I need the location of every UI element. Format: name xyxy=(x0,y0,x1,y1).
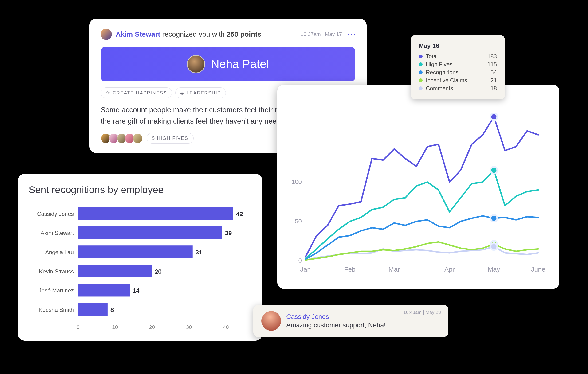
svg-text:40: 40 xyxy=(223,324,229,330)
diamond-icon: ◈ xyxy=(180,90,184,96)
legend-swatch xyxy=(419,78,422,82)
legend-swatch xyxy=(419,62,422,66)
line-chart-card: 050100JanFebMarAprMayJune xyxy=(277,84,559,289)
comment-card: Cassidy Jones Amazing customer support, … xyxy=(253,305,448,337)
tooltip-label: Recognitions xyxy=(426,69,459,76)
svg-text:Cassidy Jones: Cassidy Jones xyxy=(37,211,74,217)
comment-avatar[interactable] xyxy=(261,311,281,331)
svg-text:Keesha Smith: Keesha Smith xyxy=(39,307,74,313)
comment-body: Cassidy Jones Amazing customer support, … xyxy=(286,313,386,329)
tooltip-label: Total xyxy=(426,53,438,60)
legend-swatch xyxy=(419,71,422,74)
bar-chart-svg: 010203040Cassidy Jones42Akim Stewart39An… xyxy=(29,202,252,333)
svg-text:30: 30 xyxy=(186,324,192,330)
legend-swatch xyxy=(419,54,422,58)
svg-text:Jan: Jan xyxy=(300,266,311,273)
stage: 050100JanFebMarAprMayJune Akim Stewart r… xyxy=(0,0,588,374)
svg-text:100: 100 xyxy=(292,178,302,185)
svg-text:20: 20 xyxy=(155,268,162,275)
more-menu-icon[interactable] xyxy=(347,34,355,35)
svg-text:42: 42 xyxy=(236,210,243,218)
recipient-name: Neha Patel xyxy=(211,57,269,71)
svg-text:Kevin Strauss: Kevin Strauss xyxy=(39,268,74,275)
svg-point-19 xyxy=(491,244,496,249)
svg-rect-37 xyxy=(78,246,193,258)
chart-tooltip: May 16 Total183High Fives115Recognitions… xyxy=(411,35,505,99)
tooltip-value: 18 xyxy=(491,85,497,92)
tooltip-title: May 16 xyxy=(419,42,497,50)
svg-text:50: 50 xyxy=(295,218,302,225)
svg-point-11 xyxy=(491,114,496,119)
svg-text:Mar: Mar xyxy=(388,266,400,273)
line-chart-area: 050100JanFebMarAprMayJune xyxy=(289,99,545,277)
tooltip-label: Incentive Claims xyxy=(426,77,467,84)
svg-text:10: 10 xyxy=(112,324,118,330)
svg-text:Akim Stewart: Akim Stewart xyxy=(41,230,74,236)
comment-author-link[interactable]: Cassidy Jones xyxy=(286,313,386,321)
bar-chart-title: Sent recognitions by employee xyxy=(29,184,252,196)
recognition-timestamp: 10:37am | May 17 xyxy=(301,31,342,37)
comment-timestamp: 10:48am | May 23 xyxy=(403,310,441,315)
tooltip-row: Incentive Claims21 xyxy=(419,76,497,84)
tooltip-row: High Fives115 xyxy=(419,60,497,68)
tag-pill[interactable]: ☆CREATE HAPPINESS xyxy=(101,87,172,98)
recognition-verb: recognized you with xyxy=(160,30,227,38)
svg-rect-34 xyxy=(78,227,222,239)
recipient-banner: Neha Patel xyxy=(101,47,355,81)
comment-text: Amazing customer support, Neha! xyxy=(286,321,386,329)
tag-label: LEADERSHIP xyxy=(187,90,221,96)
svg-point-15 xyxy=(491,216,496,221)
tooltip-value: 21 xyxy=(491,77,497,84)
svg-text:39: 39 xyxy=(225,229,232,237)
recognition-title: Akim Stewart recognized you with 250 poi… xyxy=(116,30,261,38)
svg-point-13 xyxy=(491,168,496,173)
tag-pill[interactable]: ◈LEADERSHIP xyxy=(175,87,226,98)
svg-rect-40 xyxy=(78,265,152,277)
svg-text:31: 31 xyxy=(196,249,202,256)
svg-rect-31 xyxy=(78,207,233,220)
high-five-count-pill[interactable]: 5 HIGH FIVES xyxy=(147,133,194,144)
svg-text:8: 8 xyxy=(110,306,114,313)
high-five-avatar[interactable] xyxy=(133,133,143,144)
bar-chart-card: Sent recognitions by employee 010203040C… xyxy=(18,174,262,341)
tooltip-value: 183 xyxy=(487,53,497,60)
svg-text:0: 0 xyxy=(298,257,302,264)
svg-rect-46 xyxy=(78,303,108,316)
recipient-avatar[interactable] xyxy=(187,55,205,73)
recognition-points: 250 points xyxy=(227,30,261,38)
tooltip-value: 54 xyxy=(491,69,497,76)
svg-text:Apr: Apr xyxy=(444,266,455,273)
svg-text:Feb: Feb xyxy=(344,266,355,273)
tooltip-value: 115 xyxy=(487,61,497,68)
line-chart-svg: 050100JanFebMarAprMayJune xyxy=(289,99,545,277)
svg-text:June: June xyxy=(531,266,545,273)
svg-text:May: May xyxy=(488,266,500,273)
svg-text:0: 0 xyxy=(77,324,79,330)
recognition-meta: 10:37am | May 17 xyxy=(301,31,355,37)
tooltip-row: Comments18 xyxy=(419,84,497,92)
tooltip-row: Total183 xyxy=(419,52,497,60)
tooltip-label: Comments xyxy=(426,85,453,92)
author-avatar[interactable] xyxy=(101,29,112,40)
tooltip-label: High Fives xyxy=(426,61,452,68)
svg-text:José Martinez: José Martinez xyxy=(39,287,74,294)
svg-text:20: 20 xyxy=(149,324,155,330)
author-link[interactable]: Akim Stewart xyxy=(116,30,160,38)
svg-text:Angela Lau: Angela Lau xyxy=(45,249,74,255)
legend-swatch xyxy=(419,86,422,90)
recognition-header: Akim Stewart recognized you with 250 poi… xyxy=(101,29,355,40)
svg-text:14: 14 xyxy=(133,287,139,294)
tag-label: CREATE HAPPINESS xyxy=(113,90,167,96)
tooltip-row: Recognitions54 xyxy=(419,68,497,76)
star-icon: ☆ xyxy=(105,90,110,96)
svg-rect-43 xyxy=(78,284,130,297)
